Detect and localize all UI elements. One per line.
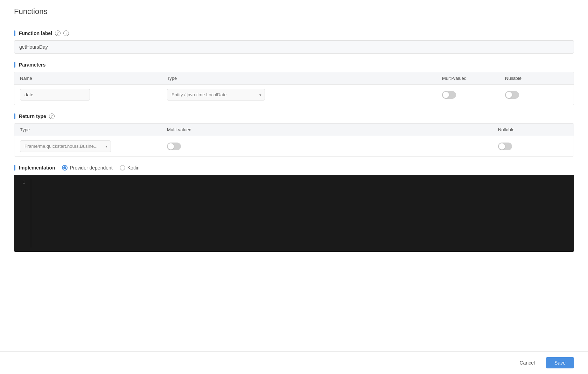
radio-provider-dependent[interactable]: Provider dependent — [62, 165, 112, 171]
content-area: Function label ? i Parameters Name Type … — [0, 22, 588, 351]
code-content[interactable] — [31, 179, 570, 248]
col-type-header: Type — [167, 76, 442, 81]
param-multivalued-toggle[interactable] — [442, 91, 456, 99]
param-nullable-toggle[interactable] — [505, 91, 519, 99]
info-icon[interactable]: i — [63, 30, 69, 36]
line-number-1: 1 — [18, 179, 25, 186]
return-nullable-cell — [498, 143, 568, 150]
return-type-cell: Frame/me.quickstart.hours.Busine... ▾ — [20, 140, 167, 152]
return-type-table: Type Multi-valued Nullable Frame/me.quic… — [14, 123, 574, 157]
param-nullable-cell — [505, 91, 568, 99]
parameters-title: Parameters — [14, 62, 46, 68]
save-button[interactable]: Save — [546, 357, 574, 368]
question-icon[interactable]: ? — [55, 30, 61, 36]
param-type-select-wrapper: Entity / java.time.LocalDate ▾ — [167, 89, 265, 101]
parameters-table: Name Type Multi-valued Nullable Entity /… — [14, 72, 574, 105]
return-multivalued-toggle[interactable] — [167, 143, 181, 150]
return-type-title: Return type — [14, 113, 46, 119]
radio-kotlin-label: Kotlin — [127, 165, 140, 171]
implementation-section: Implementation Provider dependent Kotlin… — [14, 165, 574, 252]
implementation-title: Implementation — [14, 165, 55, 171]
radio-provider-label: Provider dependent — [70, 165, 112, 171]
return-type-select-wrapper: Frame/me.quickstart.hours.Busine... ▾ — [20, 140, 111, 152]
return-type-header: Return type ? — [14, 113, 574, 119]
radio-provider-outer — [62, 165, 68, 171]
return-type-table-header: Type Multi-valued Nullable — [14, 124, 574, 136]
radio-kotlin-outer — [120, 165, 125, 171]
implementation-radio-group: Provider dependent Kotlin — [62, 165, 139, 171]
page-title: Functions — [0, 0, 588, 22]
parameters-section: Parameters Name Type Multi-valued Nullab… — [14, 62, 574, 105]
param-multivalued-cell — [442, 91, 505, 99]
return-type-question-icon[interactable]: ? — [49, 113, 55, 119]
radio-kotlin[interactable]: Kotlin — [120, 165, 140, 171]
line-numbers: 1 — [18, 179, 25, 248]
return-type-select[interactable]: Frame/me.quickstart.hours.Busine... — [20, 140, 111, 152]
radio-provider-inner — [63, 166, 66, 169]
parameters-header: Parameters — [14, 62, 574, 68]
param-name-cell — [20, 89, 167, 101]
function-label-title: Function label — [14, 30, 52, 36]
return-type-table-row: Frame/me.quickstart.hours.Busine... ▾ — [14, 136, 574, 156]
col-multivalued-header: Multi-valued — [442, 76, 505, 81]
col-nullable-header: Nullable — [505, 76, 568, 81]
function-label-section: Function label ? i — [14, 30, 574, 54]
footer: Cancel Save — [0, 351, 588, 374]
function-label-input[interactable] — [14, 40, 574, 54]
return-col-nullable-header: Nullable — [498, 127, 568, 132]
col-name-header: Name — [20, 76, 167, 81]
parameters-table-row: Entity / java.time.LocalDate ▾ — [14, 85, 574, 105]
parameters-table-header: Name Type Multi-valued Nullable — [14, 72, 574, 85]
function-label-header: Function label ? i — [14, 30, 574, 36]
implementation-header: Implementation Provider dependent Kotlin — [14, 165, 574, 171]
return-col-type-header: Type — [20, 127, 167, 132]
return-nullable-toggle[interactable] — [498, 143, 512, 150]
param-type-select[interactable]: Entity / java.time.LocalDate — [167, 89, 265, 101]
cancel-button[interactable]: Cancel — [512, 357, 542, 368]
return-type-section: Return type ? Type Multi-valued Nullable… — [14, 113, 574, 157]
param-type-cell: Entity / java.time.LocalDate ▾ — [167, 89, 442, 101]
param-name-input[interactable] — [20, 89, 90, 101]
return-col-multivalued-header: Multi-valued — [167, 127, 498, 132]
code-editor[interactable]: 1 — [14, 175, 574, 252]
return-multivalued-cell — [167, 143, 498, 150]
